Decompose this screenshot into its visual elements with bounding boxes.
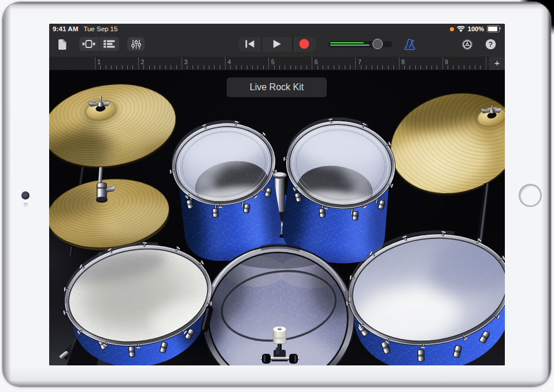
document-icon: [58, 39, 67, 50]
rewind-button[interactable]: [239, 37, 261, 51]
settings-button[interactable]: [461, 39, 473, 51]
ruler-measure: 1: [95, 57, 139, 70]
record-icon: [299, 39, 309, 49]
ruler-ticks: [312, 65, 356, 69]
ruler-measure: 9: [442, 57, 486, 70]
ruler-number: 1: [97, 58, 101, 65]
my-songs-button[interactable]: [56, 38, 69, 51]
kit-selector-label: Live Rock Kit: [250, 82, 304, 93]
add-measure-label: +: [494, 58, 500, 68]
metronome-button[interactable]: [404, 38, 415, 50]
play-button[interactable]: [262, 37, 292, 51]
front-camera-icon: [21, 191, 29, 199]
ruler-ticks: [442, 65, 486, 69]
ruler-ticks: [138, 65, 182, 69]
ruler-measure: 3: [182, 57, 226, 70]
tracks-icon: [104, 40, 115, 48]
help-icon: ?: [485, 39, 496, 50]
kit-selector-button[interactable]: Live Rock Kit: [227, 77, 327, 97]
ruler-number: 2: [141, 58, 144, 65]
status-right: 100%: [450, 24, 500, 34]
svg-text:?: ?: [488, 40, 492, 49]
drum-kit-illustration: [49, 70, 505, 366]
ruler-number: 6: [315, 58, 318, 65]
record-button[interactable]: [293, 37, 316, 51]
mixer-button[interactable]: [127, 37, 145, 51]
status-orange-dot-icon: [450, 27, 454, 31]
home-button[interactable]: [519, 184, 542, 207]
battery-icon: [487, 25, 500, 32]
add-measure-button[interactable]: +: [489, 57, 505, 70]
ruler-ticks: [225, 65, 269, 69]
level-meter-left: [330, 42, 364, 43]
instrument-view-button[interactable]: [79, 37, 99, 51]
ruler-ticks: [95, 65, 139, 69]
volume-slider[interactable]: [328, 41, 392, 47]
stage: 9:41 AM Tue Sep 15 100%: [0, 0, 554, 392]
help-button[interactable]: ?: [485, 39, 496, 50]
metronome-icon: [404, 39, 415, 50]
ruler-measure: 7: [355, 57, 399, 70]
ruler[interactable]: 1 2 3 4 5: [49, 57, 505, 70]
ruler-measure: 6: [312, 57, 356, 70]
screen: 9:41 AM Tue Sep 15 100%: [49, 24, 505, 365]
wifi-icon: [457, 26, 465, 32]
ruler-number: 9: [445, 58, 448, 65]
ruler-measure: 2: [138, 57, 182, 70]
status-date: Tue Sep 15: [83, 25, 117, 32]
volume-slider-knob[interactable]: [372, 39, 383, 49]
drum-canvas[interactable]: Live Rock Kit: [49, 70, 505, 366]
ipad-device: 9:41 AM Tue Sep 15 100%: [3, 2, 551, 386]
tracks-view-button[interactable]: [99, 37, 119, 51]
level-meter-right: [330, 45, 370, 46]
battery-percent: 100%: [468, 25, 484, 32]
ruler-ticks: [182, 65, 226, 69]
ruler-number: 4: [228, 58, 231, 65]
ruler-measure: 5: [268, 57, 312, 70]
ruler-number: 3: [184, 58, 188, 65]
ruler-number: 8: [401, 58, 405, 65]
mixer-icon: [131, 39, 141, 49]
top-bar: 9:41 AM Tue Sep 15 100%: [49, 24, 505, 57]
play-icon: [272, 39, 282, 49]
gear-icon: [461, 39, 473, 50]
transport-controls: [239, 37, 316, 51]
ruler-measure: 4: [225, 57, 269, 70]
ruler-number: 5: [271, 58, 275, 65]
ambient-sensor-icon: [24, 203, 28, 207]
ruler-ticks: [399, 65, 443, 69]
ruler-measure: 8: [399, 57, 443, 70]
rewind-icon: [245, 40, 254, 48]
ruler-ticks: [268, 65, 312, 69]
view-segmented-control: [79, 37, 119, 51]
view-switch-icon: [82, 40, 95, 48]
ruler-ticks: [355, 65, 399, 69]
ruler-number: 7: [358, 58, 361, 65]
status-time: 9:41 AM: [53, 25, 78, 32]
status-bar: 9:41 AM Tue Sep 15 100%: [49, 24, 505, 34]
